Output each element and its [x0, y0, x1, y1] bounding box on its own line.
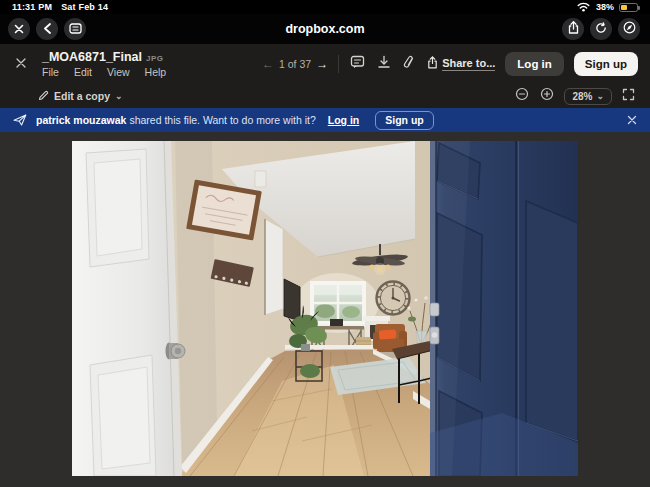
chevron-left-icon: [43, 20, 52, 38]
preview-canvas: [0, 132, 650, 487]
share-icon: [568, 20, 579, 38]
toolbar-layout-button[interactable]: [64, 18, 86, 40]
zoom-out-button[interactable]: [514, 86, 530, 106]
previous-file-button[interactable]: ←: [262, 57, 274, 71]
zoom-out-icon: [515, 87, 529, 105]
download-icon: [377, 55, 391, 73]
share-to-icon: [427, 55, 438, 73]
reload-icon: [595, 20, 607, 38]
share-to-label: Share to...: [442, 57, 495, 71]
file-pager: ← 1 of 37 →: [262, 57, 328, 71]
back-button[interactable]: [36, 18, 58, 40]
download-button[interactable]: [376, 54, 392, 74]
open-in-safari-button[interactable]: [618, 18, 640, 40]
close-icon: [15, 55, 27, 73]
banner-log-in-link[interactable]: Log in: [328, 114, 360, 126]
chevron-down-icon: ⌄: [596, 93, 604, 99]
close-icon: [14, 20, 24, 38]
wifi-icon: [576, 1, 591, 13]
next-file-button[interactable]: →: [316, 57, 328, 71]
battery-percent: 38%: [596, 2, 614, 12]
shared-file-banner: patrick mouzawak shared this file. Want …: [0, 108, 650, 132]
share-to-button[interactable]: Share to...: [427, 55, 495, 73]
paperclip-icon: [403, 55, 416, 73]
fullscreen-button[interactable]: [621, 86, 636, 106]
banner-sign-up-button[interactable]: Sign up: [375, 111, 434, 130]
banner-username: patrick mouzawak: [36, 114, 126, 126]
zoom-in-icon: [540, 87, 554, 105]
status-date: Sat Feb 14: [61, 2, 108, 12]
edit-a-copy-label: Edit a copy: [54, 90, 110, 102]
edit-a-copy-button[interactable]: Edit a copy ⌄: [38, 90, 123, 103]
address-bar[interactable]: dropbox.com: [0, 22, 650, 36]
menu-view[interactable]: View: [107, 66, 130, 78]
ipad-screen: 11:31 PM Sat Feb 14 38% dropbox.com: [0, 0, 650, 487]
zoom-level-value: 28%: [572, 91, 592, 102]
fullscreen-icon: [622, 87, 635, 105]
log-in-button[interactable]: Log in: [505, 52, 564, 76]
safari-compass-icon: [623, 20, 636, 38]
attachment-button[interactable]: [402, 54, 417, 74]
photo-preview: [72, 141, 578, 476]
file-name: _MOA6871_Final: [42, 50, 142, 64]
page-layout-icon: [69, 20, 82, 38]
reload-button[interactable]: [590, 18, 612, 40]
status-bar: 11:31 PM Sat Feb 14 38%: [0, 0, 650, 14]
comments-button[interactable]: [349, 54, 366, 74]
file-extension-badge: JPG: [146, 54, 164, 63]
preview-header: _MOA6871_Final JPG File Edit View Help ←…: [0, 44, 650, 84]
zoom-level-dropdown[interactable]: 28% ⌄: [564, 88, 612, 105]
close-browser-button[interactable]: [8, 18, 30, 40]
view-toolbar: Edit a copy ⌄ 28% ⌄: [0, 84, 650, 108]
clock-time: 11:31 PM: [12, 2, 52, 12]
share-button[interactable]: [562, 18, 584, 40]
banner-close-button[interactable]: [626, 114, 638, 126]
battery-icon: [619, 3, 638, 12]
send-icon: [12, 113, 28, 127]
sign-up-button[interactable]: Sign up: [574, 52, 638, 76]
zoom-in-button[interactable]: [539, 86, 555, 106]
menu-help[interactable]: Help: [145, 66, 167, 78]
chevron-down-icon: ⌄: [115, 93, 123, 99]
menu-file[interactable]: File: [42, 66, 59, 78]
close-preview-button[interactable]: [14, 54, 28, 74]
close-icon: [627, 115, 637, 125]
comment-icon: [350, 55, 365, 73]
menu-bar: File Edit View Help: [42, 66, 166, 78]
menu-edit[interactable]: Edit: [74, 66, 92, 78]
pager-count: 1 of 37: [279, 58, 311, 70]
pencil-icon: [38, 90, 49, 103]
browser-toolbar: dropbox.com: [0, 14, 650, 44]
banner-message: patrick mouzawak shared this file. Want …: [36, 114, 316, 126]
divider: [338, 55, 339, 73]
